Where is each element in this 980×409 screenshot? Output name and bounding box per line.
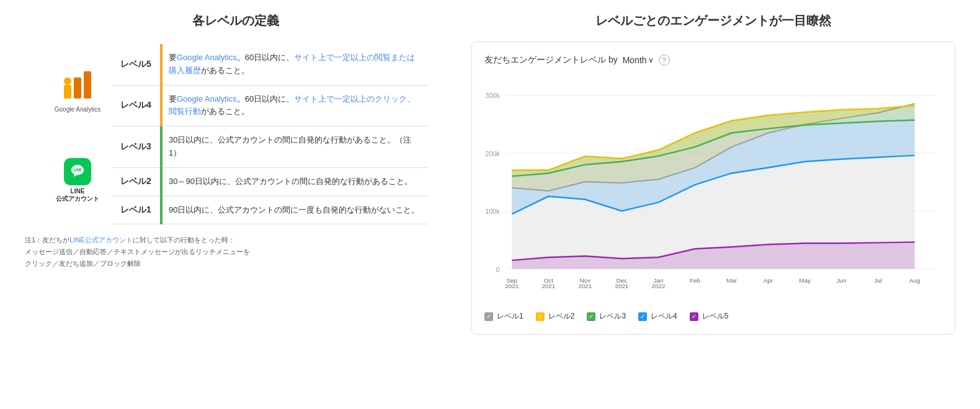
line-icon-container: LINE公式アカウント — [56, 158, 99, 203]
svg-text:100k: 100k — [485, 208, 500, 215]
svg-text:2021: 2021 — [615, 283, 628, 289]
table-row: レベル3 30日以内に、公式アカウントの間に自発的な行動があること。（注1） — [112, 126, 428, 168]
level2-label: レベル2 — [112, 167, 161, 196]
legend-checkbox-level5[interactable] — [690, 312, 698, 321]
svg-text:Aug: Aug — [909, 277, 920, 284]
level5-label: レベル5 — [112, 44, 161, 85]
svg-text:200k: 200k — [485, 150, 500, 157]
legend-checkbox-level1[interactable] — [484, 312, 493, 321]
svg-text:Mar: Mar — [726, 277, 737, 284]
level4-label: レベル4 — [112, 85, 161, 126]
legend-checkbox-level4[interactable] — [638, 312, 647, 321]
left-title: 各レベルの定義 — [192, 12, 279, 29]
chart-header: 友だちエンゲージメントレベル by Month ∨ ? — [484, 55, 942, 66]
chart-title: 友だちエンゲージメントレベル by — [484, 55, 618, 66]
level3-desc: 30日以内に、公式アカウントの間に自発的な行動があること。（注1） — [161, 126, 428, 168]
legend-label-level2: レベル2 — [548, 311, 575, 322]
footnote: 注1：友だちがLINE公式アカウントに対して以下の行動をとった時： メッセージ送… — [25, 234, 250, 269]
legend-item-level5: レベル5 — [690, 311, 729, 322]
line-svg-icon — [68, 162, 87, 181]
svg-rect-2 — [84, 71, 91, 99]
level5-desc: 要Google Analytics。60日以内に、サイト上で一定以上の閲覧または… — [161, 44, 428, 85]
left-panel: 各レベルの定義 Google Analytics — [25, 12, 447, 335]
svg-text:2021: 2021 — [505, 283, 519, 289]
dropdown-label: Month — [623, 55, 647, 65]
svg-rect-0 — [64, 85, 71, 99]
level2-desc: 30～90日以内に、公式アカウントの間に自発的な行動があること。 — [161, 167, 428, 196]
svg-text:0: 0 — [496, 266, 500, 273]
legend-label-level4: レベル4 — [651, 311, 677, 322]
legend-label-level3: レベル3 — [599, 311, 626, 322]
month-dropdown[interactable]: Month ∨ — [623, 55, 654, 65]
chart-svg: 0 100k 200k 300k Sep 2021 Oct 2021 Nov — [484, 78, 942, 301]
google-analytics-icon — [59, 66, 96, 103]
legend-checkbox-level2[interactable] — [536, 312, 545, 321]
legend-item-level2: レベル2 — [536, 311, 575, 322]
svg-point-3 — [64, 77, 71, 85]
google-analytics-label: Google Analytics — [55, 106, 101, 113]
line-icon — [64, 158, 91, 185]
level1-desc: 90日以内に、公式アカウントの間に一度も自発的な行動がないこと。 — [161, 196, 428, 224]
chevron-down-icon: ∨ — [648, 56, 654, 64]
table-row: レベル5 要Google Analytics。60日以内に、サイト上で一定以上の… — [112, 44, 428, 85]
chart-area: 0 100k 200k 300k Sep 2021 Oct 2021 Nov — [484, 78, 942, 301]
level3-label: レベル3 — [112, 126, 161, 168]
right-title: レベルごとのエンゲージメントが一目瞭然 — [471, 12, 955, 29]
chart-legend: レベル1 レベル2 レベル3 レベル4 レベル5 — [484, 311, 942, 322]
svg-text:2021: 2021 — [578, 283, 592, 289]
svg-text:Feb: Feb — [690, 277, 700, 284]
legend-checkbox-level3[interactable] — [587, 312, 595, 321]
svg-text:300k: 300k — [485, 92, 500, 99]
svg-text:Jul: Jul — [874, 277, 882, 284]
legend-label-level1: レベル1 — [497, 311, 523, 322]
legend-label-level5: レベル5 — [702, 311, 729, 322]
google-analytics-group: Google Analytics — [55, 66, 101, 113]
right-panel: レベルごとのエンゲージメントが一目瞭然 友だちエンゲージメントレベル by Mo… — [471, 12, 955, 335]
icons-column: Google Analytics LINE公式アカウント — [43, 44, 112, 224]
level4-desc: 要Google Analytics。60日以内に、サイト上で一定以上のクリック、… — [161, 85, 428, 126]
table-row: レベル4 要Google Analytics。60日以内に、サイト上で一定以上の… — [112, 85, 428, 126]
legend-item-level1: レベル1 — [484, 311, 523, 322]
level1-label: レベル1 — [112, 196, 161, 224]
help-icon[interactable]: ? — [659, 55, 670, 66]
legend-item-level3: レベル3 — [587, 311, 626, 322]
chart-container: 友だちエンゲージメントレベル by Month ∨ ? 0 100k 200k … — [471, 42, 955, 335]
table-row: レベル1 90日以内に、公式アカウントの間に一度も自発的な行動がないこと。 — [112, 196, 428, 224]
svg-rect-1 — [74, 77, 81, 99]
svg-text:May: May — [799, 277, 811, 284]
line-label: LINE公式アカウント — [56, 188, 99, 203]
table-with-icons: Google Analytics LINE公式アカウント レベル5 — [43, 44, 428, 224]
svg-text:Jun: Jun — [837, 277, 847, 284]
svg-text:Apr: Apr — [764, 277, 773, 284]
svg-text:2021: 2021 — [541, 283, 555, 289]
svg-text:2022: 2022 — [652, 283, 666, 289]
table-row: レベル2 30～90日以内に、公式アカウントの間に自発的な行動があること。 — [112, 167, 428, 196]
levels-table: レベル5 要Google Analytics。60日以内に、サイト上で一定以上の… — [112, 44, 428, 224]
legend-item-level4: レベル4 — [638, 311, 677, 322]
